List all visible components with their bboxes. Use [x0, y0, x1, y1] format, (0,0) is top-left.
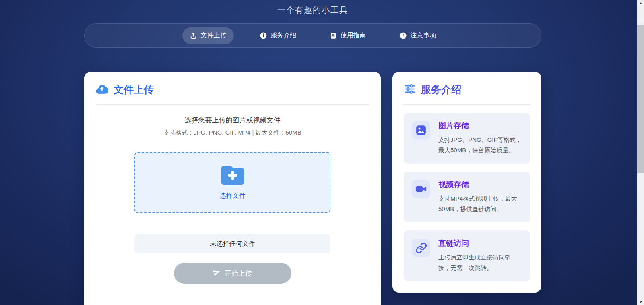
info-circle-icon: [260, 32, 267, 39]
services-card-header: 服务介绍: [404, 83, 530, 96]
page-content: 一个有趣的小工具 文件上传 服务介绍 使用指南: [84, 0, 541, 305]
format-hint: 支持格式：JPG, PNG, GIF, MP4 | 最大文件：50MB: [95, 129, 369, 137]
service-item-image-storage: 图片存储 支持JPG、PNG、GIF等格式，最大50MB，保留原始质量。: [404, 113, 530, 164]
service-title: 直链访问: [438, 239, 522, 248]
tab-label: 使用指南: [341, 31, 366, 40]
service-item-content: 直链访问 上传后立即生成直接访问链接，无需二次跳转。: [438, 239, 522, 273]
warning-circle-icon: [399, 32, 407, 39]
folder-plus-icon: [221, 165, 244, 186]
cloud-upload-icon: [95, 83, 108, 96]
service-title: 图片存储: [438, 121, 522, 131]
book-icon: [330, 32, 337, 39]
video-icon: [412, 180, 430, 198]
tab-notes[interactable]: 注意事项: [392, 27, 444, 44]
start-upload-button[interactable]: 开始上传: [174, 263, 291, 284]
link-icon: [412, 239, 430, 257]
scrollbar-thumb[interactable]: [637, 25, 644, 173]
main-navbar: 文件上传 服务介绍 使用指南 注意事项: [84, 23, 541, 48]
scrollbar-down-arrow[interactable]: [637, 299, 644, 305]
upload-subtitle: 选择您要上传的图片或视频文件: [95, 116, 369, 125]
service-title: 视频存储: [438, 180, 522, 189]
upload-icon: [190, 32, 197, 39]
tab-usage-guide[interactable]: 使用指南: [322, 27, 374, 44]
tab-label: 注意事项: [411, 31, 436, 40]
image-icon: [412, 121, 430, 139]
service-description: 支持MP4格式视频上传，最大50MB，提供直链访问。: [438, 193, 522, 214]
main-content: 文件上传 选择您要上传的图片或视频文件 支持格式：JPG, PNG, GIF, …: [84, 72, 541, 305]
service-item-direct-link: 直链访问 上传后立即生成直接访问链接，无需二次跳转。: [404, 230, 530, 281]
service-item-content: 视频存储 支持MP4格式视频上传，最大50MB，提供直链访问。: [438, 180, 522, 214]
file-status: 未选择任何文件: [134, 234, 330, 253]
tab-label: 文件上传: [201, 31, 227, 40]
service-description: 上传后立即生成直接访问链接，无需二次跳转。: [438, 252, 522, 273]
upload-card: 文件上传 选择您要上传的图片或视频文件 支持格式：JPG, PNG, GIF, …: [84, 72, 381, 305]
vertical-scrollbar: [637, 0, 644, 305]
service-item-video-storage: 视频存储 支持MP4格式视频上传，最大50MB，提供直链访问。: [404, 172, 530, 222]
file-dropzone[interactable]: 选择文件: [134, 152, 330, 213]
upload-card-title: 文件上传: [114, 83, 154, 96]
page-title: 一个有趣的小工具: [84, 0, 541, 15]
tab-file-upload[interactable]: 文件上传: [182, 27, 234, 44]
start-upload-label: 开始上传: [225, 269, 252, 278]
service-item-content: 图片存储 支持JPG、PNG、GIF等格式，最大50MB，保留原始质量。: [438, 121, 522, 156]
divider: [404, 104, 530, 105]
upload-card-header: 文件上传: [95, 83, 369, 96]
paper-plane-icon: [213, 268, 221, 278]
choose-file-label: 选择文件: [220, 192, 246, 200]
services-card: 服务介绍 图片存储 支持JPG、PNG、GIF等格式，最大50MB，保留原始质量…: [392, 72, 541, 293]
services-card-title: 服务介绍: [421, 83, 461, 96]
scrollbar-up-arrow[interactable]: [637, 0, 644, 6]
tab-service-intro[interactable]: 服务介绍: [252, 27, 304, 44]
divider: [95, 104, 369, 105]
tab-label: 服务介绍: [271, 31, 297, 40]
page-background: 一个有趣的小工具 文件上传 服务介绍 使用指南: [0, 0, 644, 305]
service-description: 支持JPG、PNG、GIF等格式，最大50MB，保留原始质量。: [438, 135, 522, 156]
sliders-icon: [404, 83, 416, 96]
